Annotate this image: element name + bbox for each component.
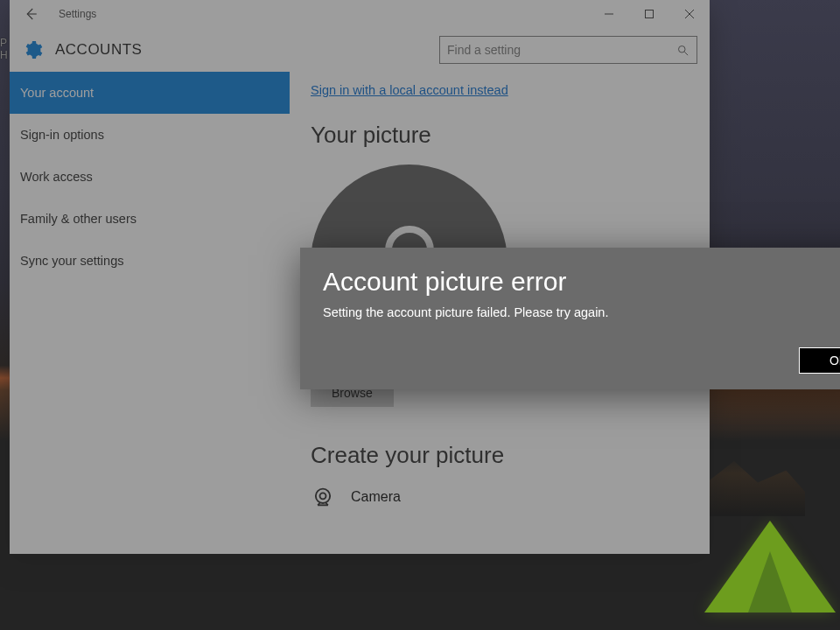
error-dialog: Account picture error Setting the accoun… <box>300 248 840 389</box>
ok-button[interactable]: OK <box>799 347 840 374</box>
dialog-title: Account picture error <box>323 267 840 297</box>
dialog-message: Setting the account picture failed. Plea… <box>323 305 840 319</box>
